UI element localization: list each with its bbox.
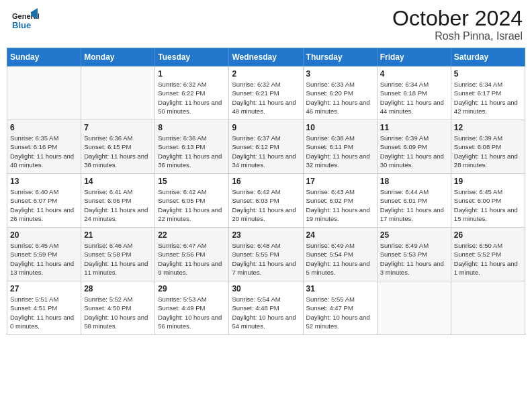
day-info: Sunrise: 6:42 AM Sunset: 6:03 PM Dayligh… <box>232 187 300 223</box>
day-number: 2 <box>232 69 300 79</box>
day-number: 3 <box>306 69 374 79</box>
calendar-cell: 2Sunrise: 6:32 AM Sunset: 6:21 PM Daylig… <box>229 66 303 120</box>
calendar-cell: 5Sunrise: 6:34 AM Sunset: 6:17 PM Daylig… <box>451 66 525 120</box>
day-number: 20 <box>10 230 78 240</box>
weekday-header-tuesday: Tuesday <box>155 48 229 66</box>
day-number: 11 <box>380 123 448 132</box>
title-block: October 2024 Rosh Pinna, Israel <box>392 7 523 42</box>
calendar-cell: 26Sunrise: 6:50 AM Sunset: 5:52 PM Dayli… <box>451 228 525 281</box>
day-info: Sunrise: 6:36 AM Sunset: 6:15 PM Dayligh… <box>84 134 152 169</box>
day-info: Sunrise: 6:39 AM Sunset: 6:09 PM Dayligh… <box>380 134 448 169</box>
day-number: 10 <box>306 123 374 132</box>
day-number: 30 <box>232 284 300 293</box>
calendar-cell: 27Sunrise: 5:51 AM Sunset: 4:51 PM Dayli… <box>7 281 81 335</box>
day-number: 28 <box>84 284 152 293</box>
day-info: Sunrise: 6:33 AM Sunset: 6:20 PM Dayligh… <box>306 80 374 116</box>
weekday-header-monday: Monday <box>81 48 155 66</box>
calendar-cell: 6Sunrise: 6:35 AM Sunset: 6:16 PM Daylig… <box>7 120 81 174</box>
day-number: 22 <box>158 230 226 240</box>
calendar-cell: 29Sunrise: 5:53 AM Sunset: 4:49 PM Dayli… <box>155 281 229 335</box>
day-info: Sunrise: 5:51 AM Sunset: 4:51 PM Dayligh… <box>10 295 78 330</box>
page-header: General Blue October 2024 Rosh Pinna, Is… <box>7 7 525 42</box>
day-info: Sunrise: 6:49 AM Sunset: 5:54 PM Dayligh… <box>306 241 374 277</box>
day-info: Sunrise: 6:44 AM Sunset: 6:01 PM Dayligh… <box>380 187 448 223</box>
day-info: Sunrise: 5:52 AM Sunset: 4:50 PM Dayligh… <box>84 295 152 330</box>
day-info: Sunrise: 6:39 AM Sunset: 6:08 PM Dayligh… <box>454 134 522 169</box>
calendar-cell: 1Sunrise: 6:32 AM Sunset: 6:22 PM Daylig… <box>155 66 229 120</box>
day-info: Sunrise: 6:32 AM Sunset: 6:22 PM Dayligh… <box>158 80 226 116</box>
day-number: 9 <box>232 123 300 132</box>
month-title: October 2024 <box>392 7 523 30</box>
calendar-cell: 16Sunrise: 6:42 AM Sunset: 6:03 PM Dayli… <box>229 174 303 228</box>
calendar-cell: 15Sunrise: 6:42 AM Sunset: 6:05 PM Dayli… <box>155 174 229 228</box>
day-number: 12 <box>454 123 522 132</box>
weekday-header-friday: Friday <box>377 48 451 66</box>
day-info: Sunrise: 6:37 AM Sunset: 6:12 PM Dayligh… <box>232 134 300 169</box>
weekday-header-wednesday: Wednesday <box>229 48 303 66</box>
day-info: Sunrise: 6:32 AM Sunset: 6:21 PM Dayligh… <box>232 80 300 116</box>
day-info: Sunrise: 5:54 AM Sunset: 4:48 PM Dayligh… <box>232 295 300 330</box>
calendar-cell: 3Sunrise: 6:33 AM Sunset: 6:20 PM Daylig… <box>303 66 377 120</box>
calendar-cell: 8Sunrise: 6:36 AM Sunset: 6:13 PM Daylig… <box>155 120 229 174</box>
day-number: 13 <box>10 177 78 186</box>
calendar-table: SundayMondayTuesdayWednesdayThursdayFrid… <box>7 48 525 335</box>
day-info: Sunrise: 6:46 AM Sunset: 5:58 PM Dayligh… <box>84 241 152 277</box>
day-info: Sunrise: 6:38 AM Sunset: 6:11 PM Dayligh… <box>306 134 374 169</box>
day-number: 1 <box>158 69 226 79</box>
day-info: Sunrise: 6:45 AM Sunset: 5:59 PM Dayligh… <box>10 241 78 277</box>
day-number: 4 <box>380 69 448 79</box>
calendar-cell: 11Sunrise: 6:39 AM Sunset: 6:09 PM Dayli… <box>377 120 451 174</box>
week-row-4: 20Sunrise: 6:45 AM Sunset: 5:59 PM Dayli… <box>7 228 525 281</box>
day-info: Sunrise: 6:40 AM Sunset: 6:07 PM Dayligh… <box>10 187 78 223</box>
day-info: Sunrise: 6:49 AM Sunset: 5:53 PM Dayligh… <box>380 241 448 277</box>
day-info: Sunrise: 6:34 AM Sunset: 6:18 PM Dayligh… <box>380 80 448 116</box>
day-info: Sunrise: 6:50 AM Sunset: 5:52 PM Dayligh… <box>454 241 522 277</box>
logo: General Blue <box>9 7 42 36</box>
location-title: Rosh Pinna, Israel <box>392 30 523 42</box>
day-info: Sunrise: 5:53 AM Sunset: 4:49 PM Dayligh… <box>158 295 226 330</box>
day-number: 8 <box>158 123 226 132</box>
calendar-cell: 12Sunrise: 6:39 AM Sunset: 6:08 PM Dayli… <box>451 120 525 174</box>
day-number: 18 <box>380 177 448 186</box>
day-number: 23 <box>232 230 300 240</box>
calendar-cell <box>81 66 155 120</box>
calendar-cell: 30Sunrise: 5:54 AM Sunset: 4:48 PM Dayli… <box>229 281 303 335</box>
day-number: 7 <box>84 123 152 132</box>
weekday-header-saturday: Saturday <box>451 48 525 66</box>
day-number: 17 <box>306 177 374 186</box>
calendar-cell: 31Sunrise: 5:55 AM Sunset: 4:47 PM Dayli… <box>303 281 377 335</box>
calendar-cell: 14Sunrise: 6:41 AM Sunset: 6:06 PM Dayli… <box>81 174 155 228</box>
calendar-cell: 25Sunrise: 6:49 AM Sunset: 5:53 PM Dayli… <box>377 228 451 281</box>
day-number: 19 <box>454 177 522 186</box>
day-info: Sunrise: 5:55 AM Sunset: 4:47 PM Dayligh… <box>306 295 374 330</box>
calendar-cell: 13Sunrise: 6:40 AM Sunset: 6:07 PM Dayli… <box>7 174 81 228</box>
day-info: Sunrise: 6:41 AM Sunset: 6:06 PM Dayligh… <box>84 187 152 223</box>
calendar-cell: 28Sunrise: 5:52 AM Sunset: 4:50 PM Dayli… <box>81 281 155 335</box>
weekday-header-sunday: Sunday <box>7 48 81 66</box>
calendar-cell: 18Sunrise: 6:44 AM Sunset: 6:01 PM Dayli… <box>377 174 451 228</box>
logo-icon: General Blue <box>9 7 39 36</box>
day-number: 27 <box>10 284 78 293</box>
calendar-cell <box>7 66 81 120</box>
day-number: 16 <box>232 177 300 186</box>
day-info: Sunrise: 6:48 AM Sunset: 5:55 PM Dayligh… <box>232 241 300 277</box>
week-row-1: 1Sunrise: 6:32 AM Sunset: 6:22 PM Daylig… <box>7 66 525 120</box>
calendar-cell: 4Sunrise: 6:34 AM Sunset: 6:18 PM Daylig… <box>377 66 451 120</box>
calendar-cell: 20Sunrise: 6:45 AM Sunset: 5:59 PM Dayli… <box>7 228 81 281</box>
day-number: 24 <box>306 230 374 240</box>
day-number: 5 <box>454 69 522 79</box>
week-row-5: 27Sunrise: 5:51 AM Sunset: 4:51 PM Dayli… <box>7 281 525 335</box>
day-number: 31 <box>306 284 374 293</box>
week-row-2: 6Sunrise: 6:35 AM Sunset: 6:16 PM Daylig… <box>7 120 525 174</box>
calendar-cell: 22Sunrise: 6:47 AM Sunset: 5:56 PM Dayli… <box>155 228 229 281</box>
day-number: 25 <box>380 230 448 240</box>
day-number: 15 <box>158 177 226 186</box>
calendar-cell: 19Sunrise: 6:45 AM Sunset: 6:00 PM Dayli… <box>451 174 525 228</box>
day-info: Sunrise: 6:42 AM Sunset: 6:05 PM Dayligh… <box>158 187 226 223</box>
calendar-cell <box>451 281 525 335</box>
day-number: 6 <box>10 123 78 132</box>
day-number: 21 <box>84 230 152 240</box>
calendar-cell: 10Sunrise: 6:38 AM Sunset: 6:11 PM Dayli… <box>303 120 377 174</box>
calendar-cell: 7Sunrise: 6:36 AM Sunset: 6:15 PM Daylig… <box>81 120 155 174</box>
week-row-3: 13Sunrise: 6:40 AM Sunset: 6:07 PM Dayli… <box>7 174 525 228</box>
